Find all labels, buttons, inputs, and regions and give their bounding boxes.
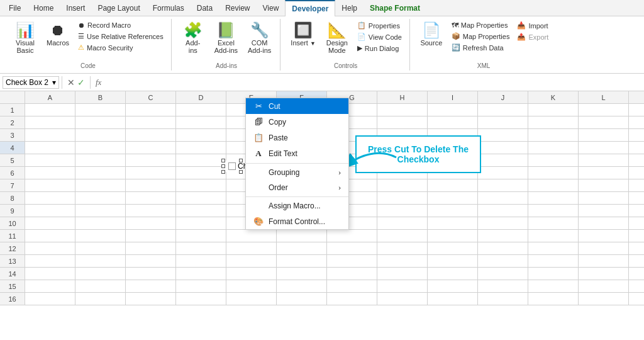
cell-A16[interactable] [25, 293, 75, 305]
cell-K9[interactable] [528, 205, 579, 217]
cell-A5[interactable] [25, 154, 75, 167]
cell-M7[interactable] [629, 179, 644, 192]
cell-I11[interactable] [428, 230, 478, 242]
cell-M10[interactable] [629, 217, 644, 230]
cell-I15[interactable] [428, 280, 478, 293]
ctx-copy[interactable]: 🗐 Copy [246, 114, 348, 130]
source-button[interactable]: 📄 Source [416, 20, 447, 49]
cell-B16[interactable] [75, 293, 126, 305]
macro-security-button[interactable]: ⚠ Macro Security [75, 42, 166, 53]
cell-H2[interactable] [377, 116, 428, 129]
cell-K1[interactable] [528, 104, 579, 116]
add-ins-button[interactable]: 🧩 Add-ins [178, 20, 208, 57]
cell-A9[interactable] [25, 205, 75, 217]
cell-J16[interactable] [478, 293, 528, 305]
cell-M1[interactable] [629, 104, 644, 116]
cell-A2[interactable] [25, 116, 75, 129]
cell-J8[interactable] [478, 192, 528, 205]
ctx-grouping[interactable]: Grouping › [246, 165, 348, 180]
cell-G15[interactable] [327, 280, 377, 293]
cell-I10[interactable] [428, 217, 478, 230]
cell-D10[interactable] [176, 217, 226, 230]
formula-input[interactable] [106, 77, 641, 88]
cell-L2[interactable] [579, 116, 629, 129]
cell-K14[interactable] [528, 268, 579, 280]
cell-D15[interactable] [176, 280, 226, 293]
cell-D2[interactable] [176, 116, 226, 129]
cell-M6[interactable] [629, 167, 644, 179]
grid-row-12[interactable] [25, 242, 644, 255]
cell-K5[interactable] [528, 154, 579, 167]
cell-D11[interactable] [176, 230, 226, 242]
cell-J13[interactable] [478, 255, 528, 268]
cell-I7[interactable] [428, 179, 478, 192]
cell-K8[interactable] [528, 192, 579, 205]
cell-C8[interactable] [126, 192, 176, 205]
grid-row-13[interactable] [25, 255, 644, 268]
cell-L7[interactable] [579, 179, 629, 192]
cell-M13[interactable] [629, 255, 644, 268]
cell-M8[interactable] [629, 192, 644, 205]
cell-K13[interactable] [528, 255, 579, 268]
cell-F11[interactable] [277, 230, 327, 242]
cell-L5[interactable] [579, 154, 629, 167]
ctx-format-control[interactable]: 🎨 Format Control... [246, 213, 348, 229]
cell-A15[interactable] [25, 280, 75, 293]
cell-D1[interactable] [176, 104, 226, 116]
properties-button[interactable]: 📋 Properties [355, 20, 404, 31]
cell-B11[interactable] [75, 230, 126, 242]
cell-F12[interactable] [277, 242, 327, 255]
cell-E14[interactable] [226, 268, 277, 280]
cell-J4[interactable] [478, 142, 528, 154]
excel-add-ins-button[interactable]: 📗 ExcelAdd-ins [211, 20, 242, 57]
tab-data[interactable]: Data [191, 1, 219, 16]
cell-K16[interactable] [528, 293, 579, 305]
cell-M11[interactable] [629, 230, 644, 242]
cell-B9[interactable] [75, 205, 126, 217]
import-button[interactable]: 📥 Import [514, 20, 551, 31]
ctx-edit-text[interactable]: A Edit Text [246, 145, 348, 162]
tab-shape-format[interactable]: Shape Format [364, 1, 426, 16]
cell-D4[interactable] [176, 142, 226, 154]
cell-C2[interactable] [126, 116, 176, 129]
cell-G13[interactable] [327, 255, 377, 268]
use-relative-button[interactable]: ☰ Use Relative References [75, 31, 166, 42]
cell-C12[interactable] [126, 242, 176, 255]
cell-B7[interactable] [75, 179, 126, 192]
insert-button[interactable]: 🔲 Insert ▼ [287, 20, 319, 49]
cell-D12[interactable] [176, 242, 226, 255]
cell-J12[interactable] [478, 242, 528, 255]
confirm-button[interactable]: ✓ [77, 77, 85, 88]
cell-L9[interactable] [579, 205, 629, 217]
cell-M2[interactable] [629, 116, 644, 129]
cell-D3[interactable] [176, 129, 226, 142]
cell-L13[interactable] [579, 255, 629, 268]
cell-M12[interactable] [629, 242, 644, 255]
ctx-assign-macro[interactable]: Assign Macro... [246, 198, 348, 213]
cell-F14[interactable] [277, 268, 327, 280]
cell-C9[interactable] [126, 205, 176, 217]
cell-G16[interactable] [327, 293, 377, 305]
run-dialog-button[interactable]: ▶ Run Dialog [355, 43, 404, 54]
cell-D9[interactable] [176, 205, 226, 217]
cell-C4[interactable] [126, 142, 176, 154]
cell-H1[interactable] [377, 104, 428, 116]
cell-C14[interactable] [126, 268, 176, 280]
cell-A1[interactable] [25, 104, 75, 116]
map-properties-button[interactable]: 🗺 Map Properties [449, 20, 513, 30]
cell-I9[interactable] [428, 205, 478, 217]
cell-E16[interactable] [226, 293, 277, 305]
tab-insert[interactable]: Insert [60, 1, 91, 16]
cell-A7[interactable] [25, 179, 75, 192]
cell-H10[interactable] [377, 217, 428, 230]
cell-A11[interactable] [25, 230, 75, 242]
cell-I2[interactable] [428, 116, 478, 129]
cell-L6[interactable] [579, 167, 629, 179]
cell-F13[interactable] [277, 255, 327, 268]
cell-C15[interactable] [126, 280, 176, 293]
cell-L16[interactable] [579, 293, 629, 305]
cell-L15[interactable] [579, 280, 629, 293]
cell-I16[interactable] [428, 293, 478, 305]
cell-H13[interactable] [377, 255, 428, 268]
cell-J10[interactable] [478, 217, 528, 230]
